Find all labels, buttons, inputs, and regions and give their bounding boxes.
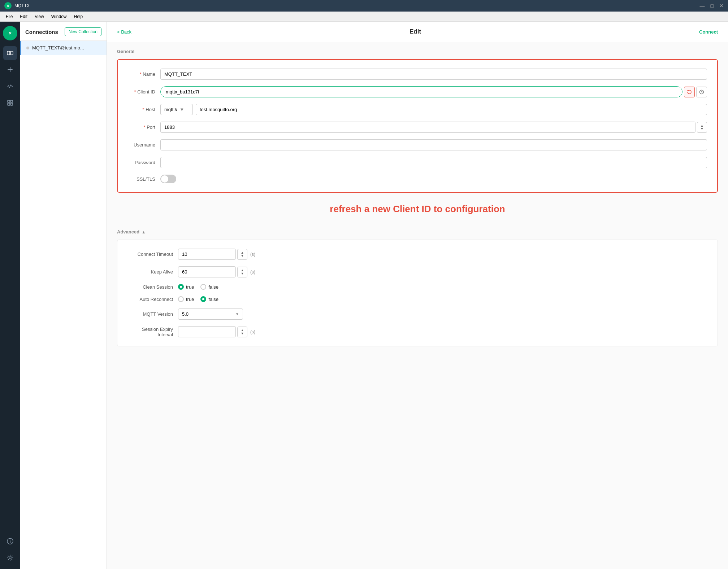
sidebar-logo: ×: [3, 26, 17, 40]
back-link[interactable]: < Back: [117, 29, 131, 35]
client-id-input-group: [160, 86, 707, 97]
name-row: * Name: [128, 69, 707, 80]
menu-edit[interactable]: Edit: [17, 13, 30, 20]
app-title: MQTTX: [14, 3, 697, 8]
clean-session-row: Clean Session true false: [127, 284, 707, 290]
ssl-toggle[interactable]: [160, 175, 176, 183]
svg-rect-11: [10, 100, 13, 102]
keep-alive-down-icon[interactable]: ▼: [241, 272, 244, 275]
connect-timeout-down-icon[interactable]: ▼: [241, 254, 244, 258]
refresh-client-id-button[interactable]: [684, 87, 695, 97]
auto-reconnect-true-radio[interactable]: [178, 296, 184, 302]
session-expiry-input[interactable]: [178, 326, 236, 337]
sidebar-item-bookmarks[interactable]: [3, 96, 17, 110]
svg-rect-13: [10, 103, 13, 105]
svg-point-16: [10, 540, 10, 540]
client-id-row: * Client ID: [128, 86, 707, 97]
connect-timeout-spinner[interactable]: ▲ ▼: [237, 249, 247, 260]
host-protocol-select[interactable]: mqtt:// ▼: [160, 104, 193, 115]
port-label: * Port: [128, 124, 160, 130]
ssl-toggle-thumb: [161, 175, 168, 183]
auto-reconnect-radio-group: true false: [178, 296, 218, 302]
password-label: Password: [128, 160, 160, 165]
svg-rect-5: [10, 51, 13, 55]
session-expiry-label: Session Expiry Interval: [127, 327, 178, 337]
keep-alive-spinner[interactable]: ▲ ▼: [237, 267, 247, 277]
edit-header: < Back Edit Connect: [107, 22, 728, 42]
edit-title: Edit: [131, 28, 699, 35]
username-label: Username: [128, 142, 160, 148]
sidebar-item-add[interactable]: [3, 63, 17, 76]
protocol-dropdown-icon: ▼: [179, 107, 184, 112]
titlebar: × MQTTX — □ ✕: [0, 0, 728, 12]
advanced-header: Advanced ▲: [117, 229, 718, 235]
mqtt-version-select[interactable]: 5.0 ▼: [178, 308, 243, 320]
svg-text:×: ×: [9, 30, 12, 36]
port-down-icon[interactable]: ▼: [701, 127, 704, 131]
clean-session-label: Clean Session: [127, 284, 178, 290]
general-label: General: [117, 49, 718, 54]
host-input-group: mqtt:// ▼: [160, 104, 707, 115]
sidebar-item-info[interactable]: [3, 534, 17, 548]
connect-timeout-input[interactable]: [178, 249, 236, 260]
general-section: General * Name * Client ID: [107, 42, 728, 223]
connect-timeout-label: Connect Timeout: [127, 251, 178, 257]
connect-timeout-row: Connect Timeout ▲ ▼ (s): [127, 249, 707, 260]
clean-session-true-option[interactable]: true: [178, 284, 194, 290]
app-logo: ×: [4, 2, 12, 9]
menu-view[interactable]: View: [32, 13, 47, 20]
connection-item[interactable]: MQTT_TEXT@test.mo...: [20, 41, 107, 55]
connections-header: Connections New Collection: [20, 22, 107, 41]
host-protocol-value: mqtt://: [164, 107, 177, 112]
auto-reconnect-true-label: true: [186, 297, 194, 302]
connect-button[interactable]: Connect: [699, 29, 718, 35]
window-controls[interactable]: — □ ✕: [700, 3, 724, 9]
port-spinner[interactable]: ▲ ▼: [697, 122, 707, 133]
auto-reconnect-false-label: false: [208, 297, 218, 302]
host-input[interactable]: [196, 104, 707, 115]
new-collection-button[interactable]: New Collection: [65, 27, 101, 36]
svg-line-9: [9, 85, 11, 88]
advanced-collapse-icon[interactable]: ▲: [142, 230, 146, 234]
username-input[interactable]: [160, 139, 707, 150]
connect-timeout-unit: (s): [250, 252, 255, 257]
sidebar-item-settings[interactable]: [3, 551, 17, 565]
mqtt-version-label: MQTT Version: [127, 311, 178, 317]
clean-session-false-option[interactable]: false: [200, 284, 218, 290]
advanced-section: Advanced ▲ Connect Timeout ▲ ▼ (s): [107, 223, 728, 353]
connections-title: Connections: [25, 29, 58, 35]
username-row: Username: [128, 139, 707, 150]
port-input-group: ▲ ▼: [160, 122, 707, 133]
minimize-button[interactable]: —: [700, 3, 705, 9]
menu-file[interactable]: File: [3, 13, 16, 20]
timestamp-client-id-button[interactable]: [696, 87, 707, 97]
session-expiry-unit: (s): [250, 329, 255, 334]
client-id-input[interactable]: [160, 86, 682, 97]
port-input[interactable]: [160, 122, 696, 133]
clean-session-radio-group: true false: [178, 284, 218, 290]
main-content: < Back Edit Connect General * Name * Cli…: [107, 22, 728, 569]
general-form-card: * Name * Client ID: [117, 59, 718, 193]
session-expiry-down-icon[interactable]: ▼: [241, 332, 244, 335]
menu-help[interactable]: Help: [71, 13, 86, 20]
close-button[interactable]: ✕: [719, 3, 724, 9]
menu-window[interactable]: Window: [48, 13, 70, 20]
name-input[interactable]: [160, 69, 707, 80]
ssl-label: SSL/TLS: [128, 176, 160, 182]
password-input[interactable]: [160, 157, 707, 168]
connection-status-dot: [26, 47, 29, 49]
maximize-button[interactable]: □: [711, 3, 714, 9]
app-body: × Connections New Collection MQTT_TEXT: [0, 22, 728, 569]
auto-reconnect-true-option[interactable]: true: [178, 296, 194, 302]
sidebar-item-scripts[interactable]: [3, 79, 17, 93]
clean-session-true-radio[interactable]: [178, 284, 184, 290]
session-expiry-row: Session Expiry Interval ▲ ▼ (s): [127, 326, 707, 337]
session-expiry-spinner[interactable]: ▲ ▼: [237, 327, 247, 337]
auto-reconnect-false-radio[interactable]: [200, 296, 206, 302]
mqtt-version-dropdown-icon: ▼: [235, 312, 239, 316]
sidebar-item-connections[interactable]: [3, 46, 17, 60]
auto-reconnect-false-option[interactable]: false: [200, 296, 218, 302]
keep-alive-input[interactable]: [178, 266, 236, 277]
icon-sidebar: ×: [0, 22, 20, 569]
clean-session-false-radio[interactable]: [200, 284, 206, 290]
